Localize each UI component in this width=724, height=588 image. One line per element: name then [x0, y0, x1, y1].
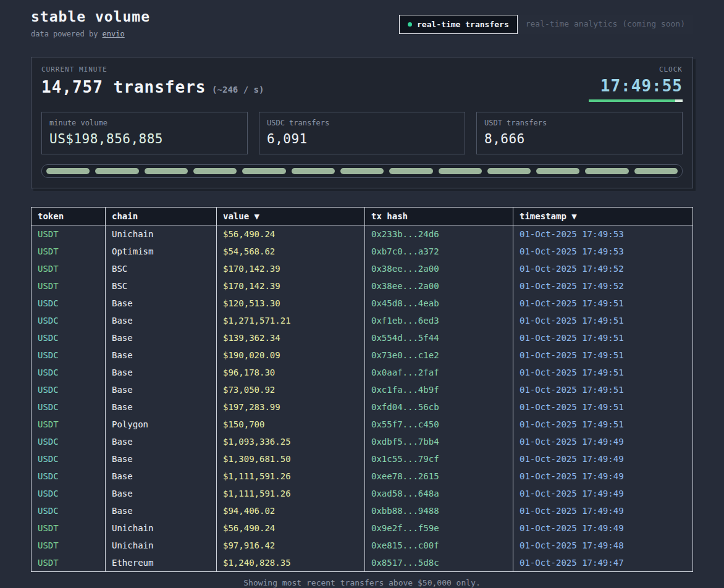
- progress-segment: [634, 168, 678, 174]
- cell-tx-hash[interactable]: 0xdbf5...7bb4: [365, 433, 513, 450]
- cell-tx-hash[interactable]: 0x38ee...2a00: [365, 260, 513, 277]
- cell-timestamp: 01-Oct-2025 17:49:49: [513, 468, 693, 485]
- cell-value: $96,178.30: [217, 364, 365, 381]
- stat-label: USDC transfers: [267, 119, 457, 127]
- cell-timestamp: 01-Oct-2025 17:49:52: [513, 260, 693, 277]
- cell-tx-hash[interactable]: 0xfd04...56cb: [365, 398, 513, 416]
- table-row: USDTPolygon$150,7000x55f7...c45001-Oct-2…: [32, 416, 693, 433]
- transfers-table: tokenchainvalue ▼tx hashtimestamp ▼ USDT…: [31, 207, 693, 572]
- progress-segment: [439, 168, 482, 174]
- cell-tx-hash[interactable]: 0xad58...648a: [365, 485, 513, 502]
- cell-tx-hash[interactable]: 0xc1fa...4b9f: [365, 381, 513, 398]
- column-header-timestamp[interactable]: timestamp ▼: [513, 208, 693, 225]
- cell-value: $97,916.42: [217, 537, 365, 554]
- cell-token: USDC: [32, 433, 106, 450]
- table-row: USDTUnichain$97,916.420xe815...c00f01-Oc…: [32, 537, 693, 554]
- cell-tx-hash[interactable]: 0xb7c0...a372: [365, 243, 513, 260]
- progress-segment: [46, 168, 90, 174]
- table-row: USDTUnichain$56,490.240x9e2f...f59e01-Oc…: [32, 519, 693, 537]
- cell-tx-hash[interactable]: 0x9e2f...f59e: [365, 519, 513, 537]
- cell-token: USDT: [32, 554, 106, 572]
- table-row: USDCBase$1,111,591.260xad58...648a01-Oct…: [32, 485, 693, 502]
- stat-value: US$198,856,885: [49, 132, 240, 146]
- cell-tx-hash[interactable]: 0xe815...c00f: [365, 537, 513, 554]
- cell-timestamp: 01-Oct-2025 17:49:51: [513, 312, 693, 329]
- cell-tx-hash[interactable]: 0x233b...24d6: [365, 225, 513, 243]
- cell-chain: Base: [106, 502, 217, 519]
- cell-chain: Base: [106, 312, 217, 329]
- cell-timestamp: 01-Oct-2025 17:49:47: [513, 554, 693, 572]
- cell-tx-hash[interactable]: 0x8517...5d8c: [365, 554, 513, 572]
- cell-token: USDC: [32, 468, 106, 485]
- clock-progress-bar: [589, 99, 683, 102]
- cell-value: $1,309,681.50: [217, 450, 365, 468]
- cell-chain: Base: [106, 346, 217, 364]
- brand: stable volume data powered by envio: [31, 9, 150, 38]
- cell-chain: Polygon: [106, 416, 217, 433]
- column-header-token[interactable]: token: [32, 208, 106, 225]
- cell-token: USDC: [32, 450, 106, 468]
- cell-value: $197,283.99: [217, 398, 365, 416]
- cell-timestamp: 01-Oct-2025 17:49:51: [513, 346, 693, 364]
- stat-box-usdt-transfers: USDT transfers 8,666: [476, 112, 683, 154]
- cell-tx-hash[interactable]: 0x45d8...4eab: [365, 295, 513, 312]
- stat-box-usdc-transfers: USDC transfers 6,091: [259, 112, 465, 154]
- clock-time: 17:49:55: [589, 77, 683, 95]
- tab-real-time-analytics[interactable]: real-time analytics (coming soon): [518, 15, 693, 34]
- cell-token: USDT: [32, 225, 106, 243]
- live-dot-icon: [408, 22, 412, 27]
- cell-tx-hash[interactable]: 0xbb88...9488: [365, 502, 513, 519]
- stat-value: 8,666: [484, 132, 675, 146]
- cell-tx-hash[interactable]: 0x73e0...c1e2: [365, 346, 513, 364]
- clock-label: CLOCK: [589, 65, 683, 74]
- cell-timestamp: 01-Oct-2025 17:49:49: [513, 450, 693, 468]
- column-header-value[interactable]: value ▼: [217, 208, 365, 225]
- footer-note: Showing most recent transfers above $50,…: [31, 572, 693, 588]
- column-header-tx-hash[interactable]: tx hash: [365, 208, 513, 225]
- tab-label: real-time transfers: [417, 20, 509, 29]
- column-header-chain[interactable]: chain: [106, 208, 217, 225]
- cell-tx-hash[interactable]: 0x554d...5f44: [365, 329, 513, 346]
- table-row: USDCBase$1,271,571.210xf1eb...6ed301-Oct…: [32, 312, 693, 329]
- cell-token: USDC: [32, 364, 106, 381]
- stat-value: 6,091: [267, 132, 457, 146]
- cell-chain: Unichain: [106, 537, 217, 554]
- current-minute-label: CURRENT MINUTE: [41, 65, 264, 74]
- cell-chain: Base: [106, 433, 217, 450]
- progress-segment: [145, 168, 188, 174]
- cell-value: $54,568.62: [217, 243, 365, 260]
- cell-timestamp: 01-Oct-2025 17:49:52: [513, 277, 693, 295]
- cell-tx-hash[interactable]: 0x0aaf...2faf: [365, 364, 513, 381]
- cell-token: USDT: [32, 519, 106, 537]
- table-row: USDCBase$94,406.020xbb88...948801-Oct-20…: [32, 502, 693, 519]
- cell-value: $1,111,591.26: [217, 468, 365, 485]
- cell-tx-hash[interactable]: 0x1c55...79cf: [365, 450, 513, 468]
- progress-segment: [193, 168, 237, 174]
- cell-tx-hash[interactable]: 0xee78...2615: [365, 468, 513, 485]
- table-row: USDCBase$96,178.300x0aaf...2faf01-Oct-20…: [32, 364, 693, 381]
- cell-value: $1,111,591.26: [217, 485, 365, 502]
- subtitle: data powered by envio: [31, 30, 150, 38]
- table-row: USDCBase$139,362.340x554d...5f4401-Oct-2…: [32, 329, 693, 346]
- progress-segment: [536, 168, 579, 174]
- cell-timestamp: 01-Oct-2025 17:49:51: [513, 398, 693, 416]
- table-row: USDTBSC$170,142.390x38ee...2a0001-Oct-20…: [32, 260, 693, 277]
- table-body: USDTUnichain$56,490.240x233b...24d601-Oc…: [32, 225, 693, 572]
- top-bar: stable volume data powered by envio real…: [31, 9, 693, 38]
- cell-timestamp: 01-Oct-2025 17:49:51: [513, 329, 693, 346]
- cell-value: $120,513.30: [217, 295, 365, 312]
- stat-box-minute-volume: minute volume US$198,856,885: [41, 112, 248, 154]
- cell-token: USDT: [32, 416, 106, 433]
- table-row: USDCBase$73,050.920xc1fa...4b9f01-Oct-20…: [32, 381, 693, 398]
- progress-segment: [95, 168, 138, 174]
- envio-link[interactable]: envio: [103, 30, 125, 38]
- cell-tx-hash[interactable]: 0x38ee...2a00: [365, 277, 513, 295]
- tab-real-time-transfers[interactable]: real-time transfers: [399, 15, 518, 34]
- progress-segment: [292, 168, 335, 174]
- minute-progress-bar: [41, 164, 683, 178]
- cell-value: $56,490.24: [217, 519, 365, 537]
- cell-tx-hash[interactable]: 0x55f7...c450: [365, 416, 513, 433]
- cell-tx-hash[interactable]: 0xf1eb...6ed3: [365, 312, 513, 329]
- cell-token: USDT: [32, 243, 106, 260]
- cell-token: USDT: [32, 260, 106, 277]
